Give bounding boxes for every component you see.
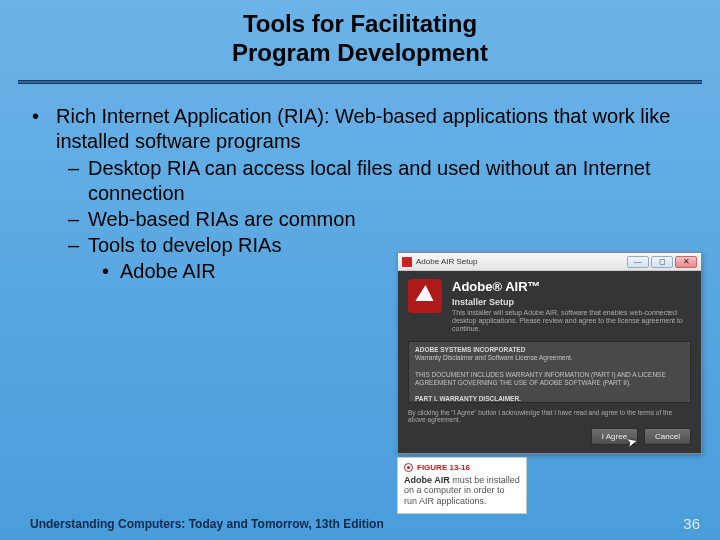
maximize-button[interactable]: ◻: [651, 256, 673, 268]
installer-description: This installer will setup Adobe AIR, sof…: [452, 309, 691, 333]
bullet-level2: – Web-based RIAs are common: [68, 207, 688, 232]
installer-footer-note: By clicking the "I Agree" button I ackno…: [408, 409, 672, 423]
footer-text: Understanding Computers: Today and Tomor…: [30, 517, 384, 531]
installer-header: Adobe® AIR™ Installer Setup This install…: [398, 271, 701, 339]
license-part-heading: PART I. WARRANTY DISCLAIMER.: [415, 395, 521, 402]
minimize-button[interactable]: —: [627, 256, 649, 268]
license-company: ADOBE SYSTEMS INCORPORATED: [415, 346, 525, 353]
dash-marker: –: [68, 156, 88, 206]
slide-title-area: Tools for Facilitating Program Developme…: [0, 0, 720, 76]
slide-title-line2: Program Development: [0, 39, 720, 68]
bullet-marker: •: [102, 259, 120, 284]
bullet-text: Web-based RIAs are common: [88, 207, 688, 232]
window-titlebar: Adobe AIR Setup — ◻ ✕: [398, 253, 701, 271]
dash-marker: –: [68, 207, 88, 232]
figure-label-row: FIGURE 13-16: [404, 463, 520, 473]
agree-button[interactable]: I Agree: [591, 428, 638, 445]
installer-subhead: Installer Setup: [452, 297, 691, 307]
installer-footer: By clicking the "I Agree" button I ackno…: [398, 403, 701, 453]
license-textbox[interactable]: ADOBE SYSTEMS INCORPORATED Warranty Disc…: [408, 341, 691, 403]
bullet-marker: •: [32, 104, 56, 154]
bullet-dot-icon: [404, 463, 413, 472]
app-icon: [402, 257, 412, 267]
adobe-air-logo-icon: [408, 279, 442, 313]
page-number: 36: [683, 515, 700, 532]
bullet-text: Rich Internet Application (RIA): Web-bas…: [56, 104, 688, 154]
caption-title: Adobe AIR: [404, 475, 450, 485]
figure-number: FIGURE 13-16: [417, 463, 470, 473]
figure-area: Adobe AIR Setup — ◻ ✕ Adobe® AIR™ Instal…: [397, 252, 702, 514]
license-subtitle: Warranty Disclaimer and Software License…: [415, 354, 573, 361]
license-paragraph: THIS DOCUMENT INCLUDES WARRANTY INFORMAT…: [415, 371, 666, 386]
slide-title-line1: Tools for Facilitating: [0, 10, 720, 39]
bullet-text: Desktop RIA can access local files and u…: [88, 156, 688, 206]
bullet-level2: – Desktop RIA can access local files and…: [68, 156, 688, 206]
installer-body: Adobe® AIR™ Installer Setup This install…: [398, 271, 701, 453]
cancel-button[interactable]: Cancel: [644, 428, 691, 445]
installer-brand: Adobe® AIR™: [452, 279, 691, 294]
bullet-level1: • Rich Internet Application (RIA): Web-b…: [32, 104, 688, 154]
bullet-text: Adobe AIR: [120, 259, 216, 284]
slide-footer: Understanding Computers: Today and Tomor…: [0, 507, 720, 540]
dash-marker: –: [68, 233, 88, 258]
figure-caption: FIGURE 13-16 Adobe AIR must be installed…: [397, 457, 527, 514]
close-button[interactable]: ✕: [675, 256, 697, 268]
installer-window: Adobe AIR Setup — ◻ ✕ Adobe® AIR™ Instal…: [397, 252, 702, 454]
window-title: Adobe AIR Setup: [416, 257, 477, 266]
